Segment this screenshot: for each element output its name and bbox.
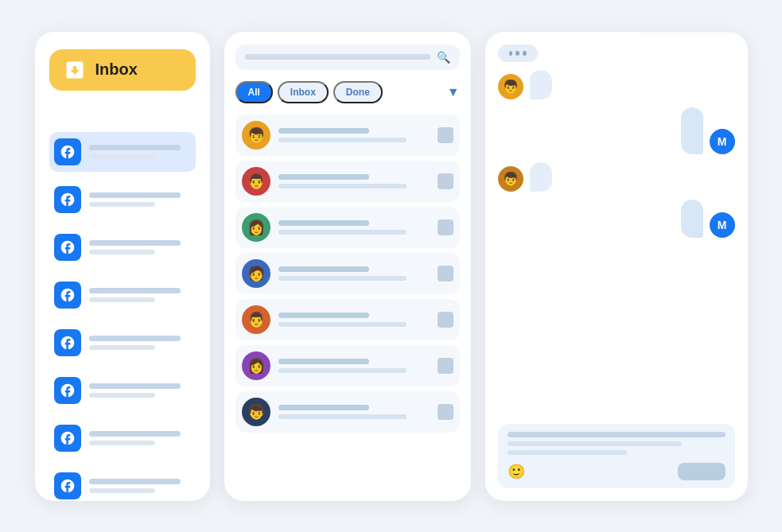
contact-item-content <box>278 220 430 235</box>
contact-item-badge <box>438 358 453 374</box>
list-item-lines <box>89 383 191 398</box>
user-avatar: 👦 <box>498 74 523 99</box>
contact-item[interactable]: 👦 <box>235 115 460 156</box>
mid-search[interactable]: 🔍 <box>235 45 460 70</box>
list-item[interactable] <box>49 418 196 458</box>
filter-done[interactable]: Done <box>333 81 383 103</box>
avatar: 👦 <box>242 121 270 150</box>
contact-item-badge <box>438 173 453 189</box>
facebook-icon <box>54 329 81 356</box>
list-item-lines <box>89 336 191 350</box>
facebook-icon <box>54 282 81 309</box>
facebook-icon <box>54 425 81 452</box>
chat-bubble <box>681 200 703 238</box>
chat-bubble <box>530 70 552 99</box>
facebook-icon <box>54 138 81 165</box>
contact-item-badge <box>438 312 453 328</box>
contact-item-content <box>278 128 430 142</box>
contact-item-badge <box>438 404 453 420</box>
contact-item-badge <box>438 219 453 235</box>
contact-item[interactable]: 👩 <box>235 345 460 386</box>
agent-badge: M <box>710 212 735 238</box>
contact-item[interactable]: 👨 <box>235 299 460 340</box>
typing-indicator <box>498 45 538 62</box>
contact-item-content <box>278 266 430 281</box>
contact-item[interactable]: 👦 <box>235 391 460 433</box>
facebook-icon <box>54 186 81 213</box>
chat-area: 👦 M 👦 <box>498 45 735 416</box>
contact-item-badge <box>438 266 453 282</box>
list-item-lines <box>89 288 191 302</box>
avatar: 👨 <box>242 167 270 196</box>
chat-bottom-actions: 🙂 <box>508 463 726 480</box>
chat-bubble <box>681 107 703 154</box>
mid-panel: 🔍 All Inbox Done ▼ 👦 👨 <box>224 32 471 501</box>
search-icon: 🔍 <box>437 51 450 64</box>
contact-item[interactable]: 👩 <box>235 207 460 248</box>
chat-message-incoming: 👦 <box>498 70 735 99</box>
avatar: 👨 <box>242 305 270 334</box>
inbox-header: Inbox <box>49 49 196 91</box>
filter-all[interactable]: All <box>235 81 273 103</box>
chat-bubble <box>530 162 552 192</box>
avatar: 👦 <box>242 398 270 426</box>
list-item-lines <box>89 240 191 254</box>
list-item-lines <box>89 431 191 445</box>
list-item-lines <box>89 145 191 159</box>
right-panel: ✔ Move to done 👦 <box>485 32 748 501</box>
contact-list: 👦 👨 👩 <box>235 115 460 433</box>
filter-inbox[interactable]: Inbox <box>278 81 329 103</box>
arrow-decoration <box>509 32 573 40</box>
contact-item-content <box>278 405 430 419</box>
emoji-button[interactable]: 🙂 <box>508 463 525 480</box>
list-item[interactable] <box>49 323 196 363</box>
send-button[interactable] <box>678 463 726 480</box>
avatar: 🧑 <box>242 259 270 288</box>
left-panel: Inbox <box>35 32 210 501</box>
chat-input-lines <box>508 432 726 455</box>
contact-item[interactable]: 👨 <box>235 161 460 202</box>
list-item[interactable] <box>49 227 196 267</box>
facebook-icon <box>54 472 81 499</box>
contact-item-content <box>278 174 430 188</box>
agent-badge: M <box>710 129 735 154</box>
filter-bar: All Inbox Done ▼ <box>235 81 460 103</box>
chat-message-outgoing: M <box>498 200 735 238</box>
list-item[interactable] <box>49 132 196 172</box>
list-item[interactable] <box>49 466 196 501</box>
search-bar-placeholder <box>245 54 430 60</box>
contact-item-badge <box>438 127 453 143</box>
chat-message-outgoing: M <box>498 107 735 154</box>
contact-item-content <box>278 359 430 373</box>
inbox-icon <box>62 57 88 83</box>
avatar: 👩 <box>242 213 270 242</box>
list-item[interactable] <box>49 180 196 219</box>
facebook-icon <box>54 377 81 404</box>
filter-icon[interactable]: ▼ <box>447 85 460 99</box>
inbox-title: Inbox <box>95 60 138 79</box>
list-item[interactable] <box>49 371 196 410</box>
chat-input-area[interactable]: 🙂 <box>498 424 735 488</box>
user-avatar: 👦 <box>498 166 523 192</box>
list-item[interactable] <box>49 275 196 315</box>
contact-item-content <box>278 313 430 327</box>
contact-item[interactable]: 🧑 <box>235 253 460 294</box>
list-item-lines <box>89 192 191 207</box>
facebook-icon <box>54 234 81 261</box>
list-item-lines <box>89 479 191 493</box>
chat-message-incoming: 👦 <box>498 162 735 192</box>
avatar: 👩 <box>242 351 270 380</box>
